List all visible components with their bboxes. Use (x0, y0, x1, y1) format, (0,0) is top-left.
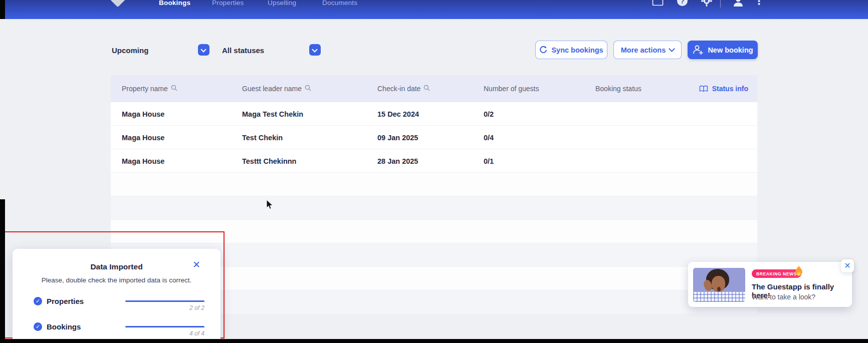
cell-checkin: 09 Jan 2025 (377, 126, 418, 149)
promo-photo (693, 268, 745, 302)
table-row[interactable]: Maga House Maga Test Chekin 15 Dec 2024 … (111, 102, 757, 126)
search-icon[interactable] (423, 85, 430, 93)
calendar-icon[interactable] (652, 0, 664, 8)
progress-count: 2 of 2 (125, 304, 204, 311)
cell-guest: Maga Test Chekin (242, 102, 303, 126)
empty-row (111, 173, 757, 196)
statuses-dropdown-button[interactable] (309, 44, 321, 56)
cell-guests: 0/1 (484, 149, 494, 173)
app-window: Bookings Properties Upselling Documents … (0, 0, 868, 343)
col-label: Property name (122, 85, 168, 93)
check-circle-icon: ✓ (34, 322, 42, 331)
col-label: Booking status (595, 85, 641, 93)
data-imported-modal: Data Imported ✕ Please, double check the… (13, 249, 221, 343)
chevron-down-icon (200, 47, 206, 52)
open-book-icon (699, 85, 708, 93)
kebab-menu-icon[interactable]: ⋮ (754, 0, 764, 7)
col-label: Number of guests (484, 85, 539, 93)
chevron-down-icon (312, 47, 317, 52)
tab-upselling[interactable]: Upselling (268, 0, 296, 7)
sync-bookings-label: Sync bookings (551, 46, 603, 54)
search-icon[interactable] (171, 85, 177, 93)
cell-guest: Test Chekin (242, 126, 283, 149)
gear-icon[interactable] (701, 0, 712, 9)
import-item-label: Properties (47, 297, 84, 305)
check-circle-icon: ✓ (34, 297, 42, 305)
close-icon: ✕ (841, 259, 854, 272)
screen-edge (0, 0, 5, 19)
table-row[interactable]: Maga House Test Chekin 09 Jan 2025 0/4 (111, 126, 757, 149)
modal-subtitle: Please, double check the imported data i… (13, 276, 221, 284)
col-booking-status: Booking status (595, 75, 641, 102)
cell-guests: 0/2 (484, 102, 494, 126)
mouse-cursor (266, 199, 274, 212)
progress-count: 4 of 4 (125, 330, 204, 337)
sync-icon (539, 46, 547, 54)
brand-logo-icon[interactable] (109, 0, 127, 7)
person-plus-icon (692, 45, 704, 55)
modal-title: Data Imported (13, 262, 221, 271)
table-header: Property name Guest leader name Check-in… (111, 75, 757, 102)
guestapp-promo-popup[interactable]: BREAKING NEWS The Guestapp is finally he… (688, 262, 852, 307)
filter-statuses-label: All statuses (222, 46, 264, 55)
cell-guest: Testtt Chekinnn (242, 149, 296, 173)
status-info-label: Status info (712, 85, 748, 93)
col-checkin-date: Check-in date (377, 75, 430, 102)
col-label: Check-in date (377, 85, 420, 93)
sync-bookings-button[interactable]: Sync bookings (535, 41, 607, 59)
close-icon[interactable]: ✕ (192, 260, 200, 269)
photo-mouth (717, 287, 721, 291)
new-booking-label: New booking (708, 46, 753, 54)
cell-guests: 0/4 (484, 126, 494, 149)
promo-close-button[interactable]: ✕ (841, 259, 854, 272)
cell-checkin: 28 Jan 2025 (377, 149, 418, 173)
tab-bookings[interactable]: Bookings (159, 0, 190, 7)
status-info-link[interactable]: Status info (699, 75, 748, 102)
chevron-down-icon (669, 46, 675, 52)
progress-bar (125, 326, 204, 327)
col-number-of-guests: Number of guests (484, 75, 539, 102)
flame-icon (793, 265, 804, 281)
cell-property: Maga House (122, 102, 164, 126)
screen-edge (0, 339, 868, 343)
filter-upcoming-label: Upcoming (112, 46, 148, 55)
more-actions-label: More actions (621, 46, 666, 54)
col-property-name: Property name (122, 75, 177, 102)
search-icon[interactable] (305, 85, 311, 93)
tab-properties[interactable]: Properties (212, 0, 244, 7)
table-row[interactable]: Maga House Testtt Chekinnn 28 Jan 2025 0… (111, 149, 757, 173)
cell-property: Maga House (122, 149, 164, 173)
col-label: Guest leader name (242, 85, 302, 93)
help-icon[interactable]: ? (677, 0, 688, 6)
promo-subtitle: Want to take a look? (752, 293, 815, 301)
screen-edge (0, 199, 5, 343)
empty-row (111, 196, 757, 220)
upcoming-dropdown-button[interactable] (198, 44, 209, 56)
import-item-label: Bookings (47, 322, 81, 331)
progress-bar (125, 300, 204, 302)
user-icon[interactable] (732, 0, 744, 9)
cell-checkin: 15 Dec 2024 (377, 102, 419, 126)
top-nav: Bookings Properties Upselling Documents … (0, 0, 868, 19)
tab-documents[interactable]: Documents (322, 0, 357, 7)
col-guest-leader-name: Guest leader name (242, 75, 311, 102)
nav-divider (720, 0, 721, 8)
photo-shirt (693, 292, 745, 302)
cell-property: Maga House (122, 126, 164, 149)
more-actions-button[interactable]: More actions (613, 41, 682, 59)
new-booking-button[interactable]: New booking (688, 41, 758, 59)
